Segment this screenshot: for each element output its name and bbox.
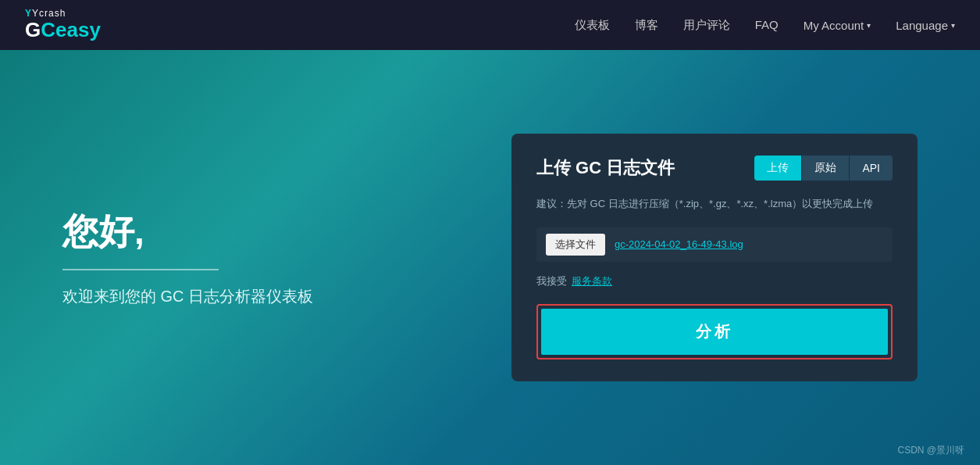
card-header: 上传 GC 日志文件 上传 原始 API — [536, 156, 893, 181]
terms-row: 我接受 服务条款 — [536, 274, 893, 288]
analyze-button-wrapper: 分析 — [536, 304, 893, 359]
suggestion-text: 建议：先对 GC 日志进行压缩（*.zip、*.gz、*.xz、*.lzma）以… — [536, 196, 893, 212]
watermark: CSDN @景川呀 — [897, 444, 964, 457]
tab-group: 上传 原始 API — [754, 156, 893, 181]
my-account-chevron-icon: ▾ — [867, 21, 871, 30]
nav-links: 仪表板 博客 用户评论 FAQ My Account ▾ Language ▾ — [575, 18, 955, 33]
upload-card: 上传 GC 日志文件 上传 原始 API 建议：先对 GC 日志进行压缩（*.z… — [511, 134, 918, 381]
hero-section: 您好, 欢迎来到您的 GC 日志分析器仪表板 — [62, 208, 449, 307]
navbar: YYcrash GCeasy 仪表板 博客 用户评论 FAQ My Accoun… — [0, 0, 980, 50]
logo[interactable]: YYcrash GCeasy — [25, 9, 101, 41]
terms-link[interactable]: 服务条款 — [572, 274, 612, 288]
language-chevron-icon: ▾ — [951, 21, 955, 30]
card-title: 上传 GC 日志文件 — [536, 156, 675, 180]
nav-item-faq[interactable]: FAQ — [755, 18, 779, 32]
file-input-row: 选择文件 gc-2024-04-02_16-49-43.log — [536, 227, 893, 262]
hero-divider — [62, 269, 219, 270]
tab-api[interactable]: API — [850, 156, 893, 181]
my-account-label: My Account — [804, 19, 864, 32]
hero-title: 您好, — [62, 208, 449, 256]
file-name-display: gc-2024-04-02_16-49-43.log — [615, 238, 743, 250]
nav-item-my-account[interactable]: My Account ▾ — [804, 19, 871, 32]
analyze-button[interactable]: 分析 — [541, 309, 888, 355]
terms-prefix: 我接受 — [536, 274, 567, 288]
nav-item-blog[interactable]: 博客 — [635, 18, 658, 33]
file-choose-button[interactable]: 选择文件 — [546, 234, 605, 256]
tab-upload[interactable]: 上传 — [754, 156, 802, 181]
nav-item-reviews[interactable]: 用户评论 — [683, 18, 730, 33]
main-content: 您好, 欢迎来到您的 GC 日志分析器仪表板 上传 GC 日志文件 上传 原始 … — [0, 50, 980, 465]
nav-item-dashboard[interactable]: 仪表板 — [575, 18, 610, 33]
nav-item-language[interactable]: Language ▾ — [896, 19, 955, 32]
tab-raw[interactable]: 原始 — [802, 156, 850, 181]
logo-main-text: GCeasy — [25, 19, 101, 41]
hero-subtitle: 欢迎来到您的 GC 日志分析器仪表板 — [62, 286, 449, 307]
language-label: Language — [896, 19, 948, 32]
